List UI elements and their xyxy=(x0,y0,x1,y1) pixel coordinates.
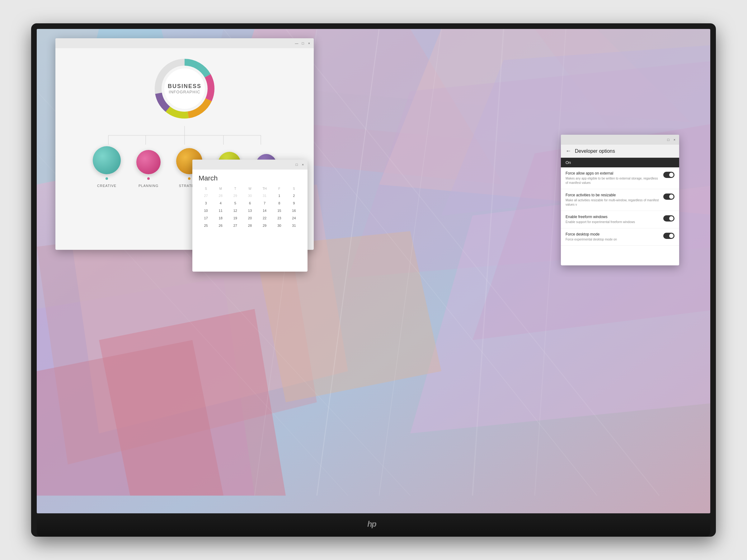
day-26[interactable]: 26 xyxy=(213,223,228,229)
donut-center-label: BUSINESS INFOGRAPHIC xyxy=(168,83,201,94)
dev-option-3-desc: Enable support for experimental freeform… xyxy=(566,220,660,224)
day-6[interactable]: 6 xyxy=(242,201,257,206)
dev-titlebar: □ × xyxy=(561,135,679,145)
day-23[interactable]: 23 xyxy=(272,215,287,221)
dev-option-1-title: Force allow apps on external xyxy=(566,171,660,176)
toggle-2[interactable] xyxy=(663,193,674,200)
monitor: — □ × xyxy=(31,23,716,537)
day-header-t1: T xyxy=(228,187,242,190)
dev-option-1: Force allow apps on external Makes any a… xyxy=(561,167,679,189)
day-11[interactable]: 11 xyxy=(213,208,228,213)
dev-maximize-btn[interactable]: □ xyxy=(666,137,670,142)
calendar-grid: S M T W TH F S 27 28 29 xyxy=(199,187,301,229)
monitor-screen: — □ × xyxy=(37,29,710,513)
window-calendar: □ × March S M T W TH F S xyxy=(192,160,308,272)
dev-title: Developer options xyxy=(575,149,615,154)
dev-option-1-desc: Makes any app eligible to be written to … xyxy=(566,177,660,185)
day-28-feb[interactable]: 28 xyxy=(213,193,228,198)
dev-close-btn[interactable]: × xyxy=(672,137,677,142)
hp-logo: hp xyxy=(366,519,381,531)
cal-maximize-btn[interactable]: □ xyxy=(294,162,299,167)
day-28[interactable]: 28 xyxy=(242,223,257,229)
dev-option-2: Force activities to be resizable Make al… xyxy=(561,189,679,211)
dev-on-status: On xyxy=(561,158,679,167)
day-27[interactable]: 27 xyxy=(228,223,242,229)
toggle-3[interactable] xyxy=(663,215,674,221)
bubble-creative xyxy=(93,146,121,174)
week-2: 3 4 5 6 7 8 9 xyxy=(199,201,301,206)
day-header-m: M xyxy=(213,187,228,190)
donut-chart: BUSINESS INFOGRAPHIC xyxy=(150,54,219,123)
week-5: 25 26 27 28 29 30 31 xyxy=(199,223,301,229)
day-4[interactable]: 4 xyxy=(213,201,228,206)
day-27-feb[interactable]: 27 xyxy=(199,193,213,198)
bubble-planning xyxy=(136,150,161,174)
day-7[interactable]: 7 xyxy=(257,201,272,206)
toggle-1[interactable] xyxy=(663,172,674,178)
week-1: 27 28 29 30 31 1 2 xyxy=(199,193,301,198)
day-17[interactable]: 17 xyxy=(199,215,213,221)
day-14[interactable]: 14 xyxy=(257,208,272,213)
day-8[interactable]: 8 xyxy=(272,201,287,206)
dev-option-4-title: Force desktop mode xyxy=(566,232,660,236)
day-5[interactable]: 5 xyxy=(228,201,242,206)
day-15[interactable]: 15 xyxy=(272,208,287,213)
day-30[interactable]: 30 xyxy=(272,223,287,229)
day-3[interactable]: 3 xyxy=(199,201,213,206)
day-header-s1: S xyxy=(199,187,213,190)
circle-creative: CREATIVE xyxy=(93,146,121,188)
calendar-titlebar: □ × xyxy=(192,160,308,169)
toggle-4[interactable] xyxy=(663,233,674,239)
calendar-header: S M T W TH F S xyxy=(199,187,301,190)
dev-option-3-text: Enable freeform windows Enable support f… xyxy=(566,215,660,224)
day-18[interactable]: 18 xyxy=(213,215,228,221)
dot-planning xyxy=(147,177,150,180)
day-12[interactable]: 12 xyxy=(228,208,242,213)
circle-planning: PLANNING xyxy=(136,150,161,188)
day-header-w: W xyxy=(242,187,257,190)
svg-text:hp: hp xyxy=(367,519,377,529)
maximize-btn[interactable]: □ xyxy=(301,41,305,46)
calendar-content: March S M T W TH F S 27 xyxy=(192,169,308,233)
day-29[interactable]: 29 xyxy=(257,223,272,229)
calendar-month: March xyxy=(199,174,301,182)
dev-option-4: Force desktop mode Force experimental de… xyxy=(561,229,679,246)
dev-option-2-text: Force activities to be resizable Make al… xyxy=(566,193,660,207)
day-20[interactable]: 20 xyxy=(242,215,257,221)
window-dev-options: □ × ← Developer options On Force allow a… xyxy=(561,135,679,265)
dot-creative xyxy=(105,177,108,180)
day-header-f: F xyxy=(272,187,287,190)
dot-strategy xyxy=(188,177,190,180)
day-1[interactable]: 1 xyxy=(272,193,287,198)
dev-option-2-title: Force activities to be resizable xyxy=(566,193,660,197)
dev-option-4-text: Force desktop mode Force experimental de… xyxy=(566,232,660,242)
close-btn[interactable]: × xyxy=(307,41,311,46)
day-24[interactable]: 24 xyxy=(287,215,301,221)
day-29-feb[interactable]: 29 xyxy=(228,193,242,198)
dev-option-2-desc: Make all activities resizable for multi-… xyxy=(566,198,660,207)
dev-header: ← Developer options xyxy=(561,145,679,158)
day-25[interactable]: 25 xyxy=(199,223,213,229)
cal-close-btn[interactable]: × xyxy=(301,162,305,167)
week-3: 10 11 12 13 14 15 16 xyxy=(199,208,301,213)
day-19[interactable]: 19 xyxy=(228,215,242,221)
day-header-s2: S xyxy=(287,187,301,190)
calendar-weeks: 27 28 29 30 31 1 2 3 4 5 xyxy=(199,193,301,229)
day-9[interactable]: 9 xyxy=(287,201,301,206)
day-10[interactable]: 10 xyxy=(199,208,213,213)
day-22[interactable]: 22 xyxy=(257,215,272,221)
dev-option-4-desc: Force experimental desktop mode on xyxy=(566,237,660,242)
dev-back-button[interactable]: ← xyxy=(566,148,571,154)
minimize-btn[interactable]: — xyxy=(294,41,299,46)
day-16[interactable]: 16 xyxy=(287,208,301,213)
week-4: 17 18 19 20 22 23 24 xyxy=(199,215,301,221)
day-13[interactable]: 13 xyxy=(242,208,257,213)
dev-option-3: Enable freeform windows Enable support f… xyxy=(561,211,679,229)
monitor-bezel-bottom: hp xyxy=(37,513,710,537)
day-31-feb[interactable]: 31 xyxy=(257,193,272,198)
day-31[interactable]: 31 xyxy=(287,223,301,229)
day-header-th: TH xyxy=(257,187,272,190)
day-2[interactable]: 2 xyxy=(287,193,301,198)
dev-option-1-text: Force allow apps on external Makes any a… xyxy=(566,171,660,185)
day-30-feb[interactable]: 30 xyxy=(242,193,257,198)
